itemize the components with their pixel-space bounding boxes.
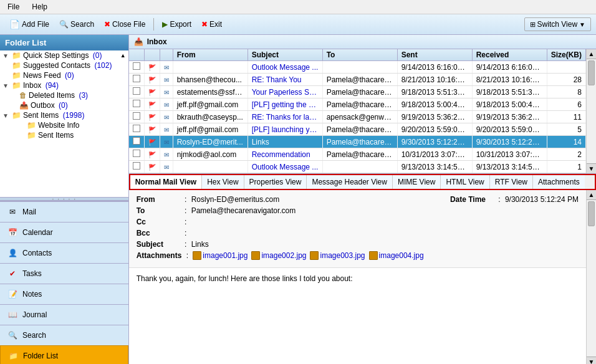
table-row[interactable]: 🚩 ✉ bkrauth@caseysp... RE: Thanks for la… [129,111,586,123]
view-tab-properties-view[interactable]: Properties View [244,175,307,189]
nav-item-journal[interactable]: 📖 Journal [0,304,128,325]
table-row[interactable]: 🚩 ✉ Outlook Message ... 9/14/2013 6:16:0… [129,61,586,74]
table-row[interactable]: 🚩 ✉ Roslyn-ED@merit... Links Pamela@thac… [129,136,586,148]
view-tab-mime-view[interactable]: MIME View [393,175,441,189]
tree-item-sent[interactable]: ▼ 📁 Sent Items (1998) [0,110,128,120]
nav-item-folder-list[interactable]: 📁 Folder List [0,345,128,364]
expand-icon: ▼ [2,52,10,59]
nav-item-mail[interactable]: ✉ Mail [0,201,128,222]
nav-item-search[interactable]: 🔍 Search [0,325,128,345]
checkbox[interactable] [133,87,140,95]
checkbox[interactable] [133,100,140,107]
attachment-item[interactable]: image001.jpg [193,251,248,260]
view-tabs: Normal Mail ViewHex ViewProperties ViewM… [129,174,596,190]
nav-item-calendar[interactable]: 📅 Calendar [0,222,128,242]
preview-scrollbar[interactable]: ▲ ▼ [586,190,596,364]
row-check[interactable] [129,86,145,98]
view-tab-normal-mail-view[interactable]: Normal Mail View [130,175,202,189]
row-sent: 9/13/2013 3:14:58 ... [397,161,472,173]
preview-scroll-down[interactable]: ▼ [587,357,596,364]
row-check[interactable] [129,161,145,173]
row-flag: 🚩 [144,61,160,74]
view-tab-attachments[interactable]: Attachments [533,175,585,189]
switch-view-button[interactable]: ⊞ Switch View ▼ [524,17,591,31]
preview-scroll-up[interactable]: ▲ [587,190,596,200]
nav-item-tasks[interactable]: ✔ Tasks [0,263,128,284]
tree-item-quick-step[interactable]: ▼ 📁 Quick Step Settings (0) ▲ [0,50,128,60]
tree-item-website[interactable]: 📁 Website Info [0,120,128,130]
menu-file[interactable]: File [5,1,22,12]
col-size[interactable]: Size(KB) [547,49,585,61]
tree-item-suggested[interactable]: 📁 Suggested Contacts (102) [0,60,128,70]
menu-help[interactable]: Help [29,1,50,12]
row-check[interactable] [129,123,145,136]
col-from[interactable]: From [173,49,248,61]
table-row[interactable]: 🚩 ✉ njmkodi@aol.com Recommendation Pamel… [129,148,586,161]
col-subject[interactable]: Subject [248,49,322,61]
table-row[interactable]: 🚩 ✉ jeff.plf@gmail.com [PLF] launching y… [129,123,586,136]
tree-item-newsfeed[interactable]: 📁 News Feed (0) [0,70,128,80]
row-check[interactable] [129,148,145,161]
nav-item-notes[interactable]: 📝 Notes [0,284,128,304]
row-check[interactable] [129,61,145,74]
checkbox[interactable] [133,150,140,157]
table-row[interactable]: 🚩 ✉ bhansen@thecou... RE: Thank You Pame… [129,74,586,86]
row-attach: ✉ [160,123,173,136]
nav-item-contacts[interactable]: 👤 Contacts [0,242,128,263]
scroll-up-btn[interactable]: ▲ [587,49,596,59]
toolbar: 📄 Add File 🔍 Search ✖ Close File ▶ Expor… [0,14,596,35]
add-file-button[interactable]: 📄 Add File [5,17,54,32]
checkbox[interactable] [133,75,140,82]
tree-item-deleted[interactable]: 🗑 Deleted Items (3) [0,90,128,100]
col-attach[interactable] [160,49,173,61]
table-row[interactable]: 🚩 ✉ jeff.plf@gmail.com [PLF] getting the… [129,98,586,111]
close-file-button[interactable]: ✖ Close File [100,17,150,31]
scroll-up[interactable]: ▲ [120,52,126,59]
row-attach: ✉ [160,86,173,98]
nav-label-contacts: Contacts [22,249,52,257]
row-received: 9/18/2013 5:00:42 ... [472,98,547,111]
col-sent[interactable]: Sent [397,49,472,61]
checkbox[interactable] [133,137,140,145]
checkbox[interactable] [133,162,140,170]
row-from: bkrauth@caseysp... [173,111,248,123]
contacts-icon: 👤 [6,247,19,259]
checkbox[interactable] [133,112,140,120]
checkbox[interactable] [133,62,140,70]
col-to[interactable]: To [322,49,397,61]
row-to: Pamela@thacaren... [322,74,397,86]
view-tab-rtf-view[interactable]: RTF View [490,175,533,189]
export-button[interactable]: ▶ Export [158,17,196,31]
attachment-item[interactable]: image002.jpg [251,251,306,260]
table-row[interactable]: 🚩 ✉ Outlook Message ... 9/13/2013 3:14:5… [129,161,586,173]
attachment-item[interactable]: image003.jpg [310,251,365,260]
bcc-label: Bcc [137,229,180,237]
row-check[interactable] [129,74,145,86]
msg-icon: ✉ [164,139,169,146]
tree-item-inbox[interactable]: ▼ 📁 Inbox (94) [0,80,128,90]
attachment-item[interactable]: image004.jpg [369,251,424,260]
exit-button[interactable]: ✖ Exit [197,17,226,31]
switch-view-arrow: ▼ [579,21,585,28]
col-received[interactable]: Received [472,49,547,61]
view-tab-hex-view[interactable]: Hex View [202,175,244,189]
row-check[interactable] [129,111,145,123]
view-tab-html-view[interactable]: HTML View [441,175,489,189]
tree-item-outbox[interactable]: 📤 Outbox (0) [0,100,128,110]
tree-item-sent2[interactable]: 📁 Sent Items [0,130,128,140]
sidebar-tree[interactable]: ▼ 📁 Quick Step Settings (0) ▲ 📁 Suggeste… [0,50,128,197]
search-button[interactable]: 🔍 Search [55,17,99,31]
preview-scroll-thumb[interactable] [588,201,595,226]
row-check[interactable] [129,136,145,148]
row-check[interactable] [129,98,145,111]
preview-attachments-row: Attachments : image001.jpgimage002.jpgim… [137,251,450,260]
scroll-down-btn[interactable]: ▼ [587,163,596,173]
view-tab-message-header-view[interactable]: Message Header View [307,175,393,189]
checkbox[interactable] [133,125,140,132]
scroll-thumb[interactable] [588,60,595,85]
table-row[interactable]: 🚩 ✉ estatements@ssfc... Your Paperless S… [129,86,586,98]
col-check[interactable] [129,49,145,61]
email-list-scrollbar[interactable]: ▲ ▼ [586,49,596,173]
col-flag[interactable] [144,49,160,61]
inbox-folder-icon: 📥 [134,37,143,46]
